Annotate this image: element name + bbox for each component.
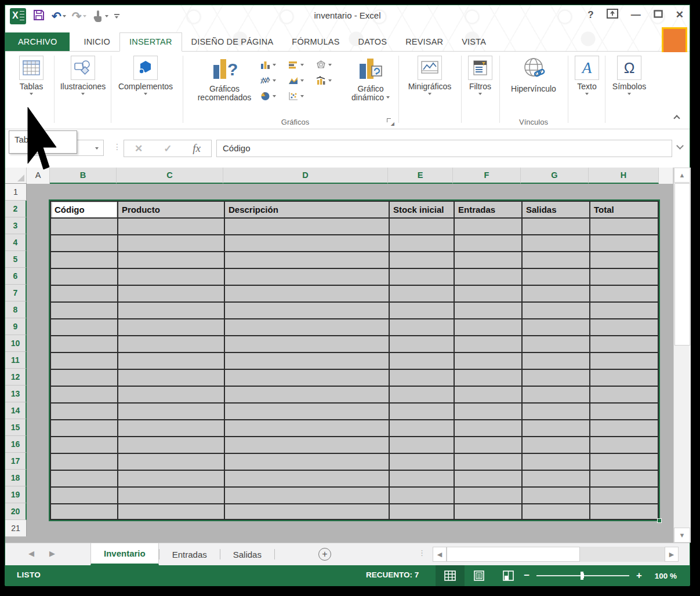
row-header-13[interactable]: 13 — [5, 386, 27, 402]
combo-chart-button[interactable] — [314, 75, 342, 86]
ribbon-tab-vista[interactable]: VISTA — [452, 33, 495, 51]
prev-sheet-icon[interactable]: ◀ — [28, 549, 34, 558]
column-header-e[interactable]: E — [388, 168, 453, 184]
hyperlink-button[interactable]: Hipervínculo — [502, 56, 565, 93]
row-header-15[interactable]: 15 — [5, 419, 27, 436]
column-header-c[interactable]: C — [117, 168, 223, 184]
row-header-20[interactable]: 20 — [5, 503, 27, 520]
row-header-7[interactable]: 7 — [5, 285, 27, 301]
addins-button[interactable]: Complementos — [113, 56, 178, 95]
cancel-icon[interactable]: ✕ — [135, 143, 143, 155]
table-header-cell[interactable]: Stock inicial — [390, 202, 452, 217]
recommended-charts-button[interactable]: ? Gráficos recomendados — [192, 56, 257, 102]
zoom-slider[interactable] — [536, 575, 629, 576]
table-header-cell[interactable]: Entradas — [455, 202, 520, 217]
ribbon-display-options-icon[interactable] — [607, 9, 618, 21]
vertical-scrollbar[interactable]: ▲ ▼ — [673, 168, 691, 543]
ribbon-tab-insertar[interactable]: INSERTAR — [119, 32, 182, 52]
radar-chart-button[interactable] — [314, 59, 342, 71]
scroll-left-icon[interactable]: ◀ — [433, 547, 447, 562]
sparklines-button[interactable]: Minigráficos — [401, 56, 459, 95]
pie-chart-button[interactable] — [259, 90, 286, 102]
row-header-21[interactable]: 21 — [5, 520, 27, 537]
close-icon[interactable]: ✕ — [676, 9, 684, 21]
select-all-corner[interactable] — [5, 168, 27, 183]
scroll-right-icon[interactable]: ▶ — [665, 547, 679, 562]
text-button[interactable]: A Texto — [571, 56, 603, 95]
bar-chart-button[interactable] — [286, 59, 314, 71]
row-header-17[interactable]: 17 — [5, 453, 27, 470]
normal-view-icon[interactable] — [436, 565, 465, 586]
horizontal-scroll-thumb[interactable] — [447, 547, 580, 562]
insert-function-icon[interactable]: fx — [193, 142, 201, 155]
row-header-18[interactable]: 18 — [5, 470, 27, 486]
row-header-5[interactable]: 5 — [5, 251, 27, 268]
row-header-8[interactable]: 8 — [5, 301, 27, 318]
ribbon-tab-archivo[interactable]: ARCHIVO — [5, 32, 70, 51]
row-header-9[interactable]: 9 — [5, 318, 27, 335]
column-chart-button[interactable] — [259, 59, 286, 71]
sheet-tab-entradas[interactable]: Entradas — [159, 543, 220, 565]
illustrations-button[interactable]: Ilustraciones — [56, 56, 110, 95]
minimize-icon[interactable]: — — [631, 9, 641, 21]
table-header-cell[interactable]: Descripción — [226, 202, 387, 217]
column-header-d[interactable]: D — [223, 168, 388, 184]
ribbon-tab-revisar[interactable]: REVISAR — [396, 33, 452, 51]
horizontal-scrollbar[interactable]: ◀ ▶ — [433, 547, 679, 562]
help-icon[interactable]: ? — [587, 9, 593, 21]
expand-formula-bar-icon[interactable] — [676, 142, 684, 150]
zoom-out-icon[interactable]: − — [524, 570, 529, 582]
row-header-6[interactable]: 6 — [5, 268, 27, 285]
ribbon-tab-datos[interactable]: DATOS — [349, 33, 397, 51]
sheet-bar-separator[interactable]: ⋮ — [418, 548, 426, 557]
row-header-16[interactable]: 16 — [5, 436, 27, 453]
row-header-3[interactable]: 3 — [5, 217, 27, 234]
next-sheet-icon[interactable]: ▶ — [49, 549, 55, 558]
charts-dialog-launcher-icon[interactable]: ◢ — [387, 118, 394, 125]
zoom-in-icon[interactable]: + — [636, 570, 642, 582]
enter-icon[interactable]: ✓ — [164, 143, 172, 155]
column-header-h[interactable]: H — [589, 168, 659, 184]
row-header-1[interactable]: 1 — [5, 184, 27, 201]
row-header-4[interactable]: 4 — [5, 234, 27, 251]
scroll-down-icon[interactable]: ▼ — [674, 528, 690, 543]
collapse-ribbon-icon[interactable] — [673, 115, 680, 121]
filters-button[interactable]: Filtros — [463, 56, 497, 95]
row-header-19[interactable]: 19 — [5, 486, 27, 503]
tables-button[interactable]: Tablas — [12, 56, 50, 95]
ribbon-tab-diseño-de-página[interactable]: DISEÑO DE PÁGINA — [182, 33, 283, 51]
sheet-tab-inventario[interactable]: Inventario — [90, 543, 159, 565]
pivot-chart-button[interactable]: Gráfico dinámico — [346, 56, 396, 102]
vertical-scroll-thumb[interactable] — [674, 183, 690, 346]
table-header-cell[interactable]: Total — [591, 202, 658, 217]
column-header-f[interactable]: F — [453, 168, 521, 184]
zoom-slider-thumb[interactable] — [581, 572, 583, 580]
restore-icon[interactable] — [654, 10, 663, 20]
row-header-2[interactable]: 2 — [5, 201, 27, 217]
row-header-11[interactable]: 11 — [5, 352, 27, 369]
line-chart-button[interactable] — [259, 75, 286, 86]
formula-bar-separator[interactable]: ⋮ — [113, 142, 121, 151]
ribbon-tab-inicio[interactable]: INICIO — [74, 33, 119, 51]
formula-input[interactable]: Código — [216, 140, 672, 157]
row-header-10[interactable]: 10 — [5, 335, 27, 352]
page-layout-view-icon[interactable] — [465, 565, 494, 586]
symbols-button[interactable]: Ω Símbolos — [608, 56, 650, 95]
zoom-level[interactable]: 100 % — [649, 572, 677, 580]
table-header-cell[interactable]: Salidas — [523, 202, 587, 217]
scroll-up-icon[interactable]: ▲ — [674, 168, 690, 183]
scatter-chart-button[interactable] — [286, 90, 314, 102]
column-header-g[interactable]: G — [521, 168, 589, 184]
page-break-view-icon[interactable] — [494, 565, 523, 586]
area-chart-button[interactable] — [286, 75, 314, 86]
new-sheet-icon[interactable]: + — [318, 548, 331, 561]
sheet-tab-salidas[interactable]: Salidas — [220, 543, 274, 565]
row-header-12[interactable]: 12 — [5, 369, 27, 386]
account-avatar[interactable] — [662, 27, 687, 54]
ribbon-tab-fórmulas[interactable]: FÓRMULAS — [282, 33, 349, 51]
worksheet-grid[interactable]: ABCDEFGH 1234567891011121314151617181920… — [5, 168, 691, 543]
inventory-table[interactable]: Código ProductoDescripciónStock inicialE… — [50, 201, 659, 520]
table-header-cell[interactable]: Producto — [119, 202, 222, 217]
row-header-14[interactable]: 14 — [5, 402, 27, 419]
active-cell-b2[interactable]: Código — [52, 202, 117, 217]
